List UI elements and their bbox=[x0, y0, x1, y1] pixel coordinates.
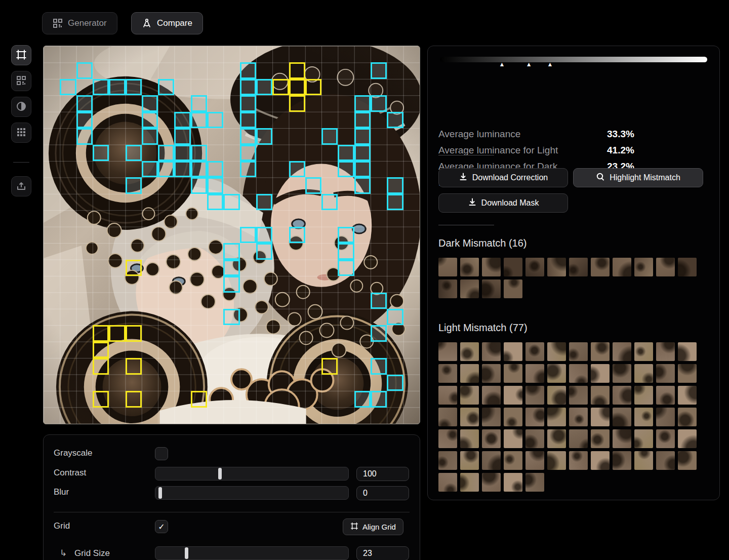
light-mismatch-thumbnail[interactable] bbox=[460, 451, 479, 470]
highlight-mismatch-button[interactable]: Highlight Mistmatch bbox=[573, 168, 703, 187]
light-mismatch-thumbnail[interactable] bbox=[569, 386, 588, 405]
tab-compare[interactable]: Compare bbox=[131, 12, 203, 34]
light-mismatch-thumbnail[interactable] bbox=[460, 386, 479, 405]
light-mismatch-thumbnail[interactable] bbox=[547, 364, 566, 383]
light-mismatch-thumbnail[interactable] bbox=[547, 451, 566, 470]
light-mismatch-thumbnail[interactable] bbox=[613, 364, 631, 383]
light-mismatch-thumbnail[interactable] bbox=[591, 429, 610, 448]
light-mismatch-thumbnail[interactable] bbox=[569, 342, 588, 361]
light-mismatch-thumbnail[interactable] bbox=[482, 386, 501, 405]
tool-contrast[interactable] bbox=[11, 97, 31, 117]
light-mismatch-thumbnail[interactable] bbox=[504, 451, 522, 470]
light-mismatch-thumbnail[interactable] bbox=[482, 473, 501, 492]
dark-mismatch-thumbnail[interactable] bbox=[591, 258, 610, 276]
light-mismatch-thumbnail[interactable] bbox=[656, 429, 675, 448]
dark-mismatch-thumbnail[interactable] bbox=[460, 258, 479, 276]
dark-mismatch-thumbnail[interactable] bbox=[504, 279, 522, 298]
dark-mismatch-thumbnail[interactable] bbox=[438, 258, 457, 276]
light-mismatch-thumbnail[interactable] bbox=[438, 408, 457, 426]
light-mismatch-thumbnail[interactable] bbox=[678, 364, 697, 383]
light-mismatch-thumbnail[interactable] bbox=[656, 451, 675, 470]
light-mismatch-thumbnail[interactable] bbox=[525, 364, 544, 383]
grayscale-checkbox[interactable] bbox=[155, 447, 168, 460]
contrast-value-input[interactable]: 100 bbox=[356, 467, 409, 481]
light-mismatch-thumbnail[interactable] bbox=[460, 342, 479, 361]
light-mismatch-thumbnail[interactable] bbox=[656, 408, 675, 426]
light-mismatch-thumbnail[interactable] bbox=[547, 408, 566, 426]
light-mismatch-thumbnail[interactable] bbox=[438, 473, 457, 492]
blur-slider[interactable] bbox=[155, 486, 349, 500]
light-mismatch-thumbnail[interactable] bbox=[504, 364, 522, 383]
light-mismatch-thumbnail[interactable] bbox=[525, 408, 544, 426]
light-mismatch-thumbnail[interactable] bbox=[504, 342, 522, 361]
grid-size-slider-thumb[interactable] bbox=[185, 547, 188, 559]
light-mismatch-thumbnail[interactable] bbox=[634, 408, 653, 426]
light-mismatch-thumbnail[interactable] bbox=[569, 408, 588, 426]
triangle-up-marker[interactable]: ▲ bbox=[499, 60, 505, 69]
blur-value-input[interactable]: 0 bbox=[356, 486, 409, 500]
light-mismatch-thumbnail[interactable] bbox=[569, 451, 588, 470]
dark-mismatch-thumbnail[interactable] bbox=[482, 279, 501, 298]
dark-mismatch-thumbnail[interactable] bbox=[482, 258, 501, 276]
dark-mismatch-thumbnail[interactable] bbox=[656, 258, 675, 276]
light-mismatch-thumbnail[interactable] bbox=[634, 429, 653, 448]
light-mismatch-thumbnail[interactable] bbox=[482, 408, 501, 426]
light-mismatch-thumbnail[interactable] bbox=[460, 473, 479, 492]
light-mismatch-thumbnail[interactable] bbox=[525, 429, 544, 448]
tool-qr[interactable] bbox=[11, 71, 31, 91]
light-mismatch-thumbnail[interactable] bbox=[569, 364, 588, 383]
light-mismatch-thumbnail[interactable] bbox=[525, 451, 544, 470]
light-mismatch-thumbnail[interactable] bbox=[438, 386, 457, 405]
light-mismatch-thumbnail[interactable] bbox=[634, 386, 653, 405]
light-mismatch-thumbnail[interactable] bbox=[613, 451, 631, 470]
tab-generator[interactable]: Generator bbox=[42, 12, 117, 34]
grid-size-value-input[interactable]: 23 bbox=[356, 546, 409, 560]
light-mismatch-thumbnail[interactable] bbox=[591, 408, 610, 426]
dark-mismatch-thumbnail[interactable] bbox=[547, 258, 566, 276]
light-mismatch-thumbnail[interactable] bbox=[460, 429, 479, 448]
light-mismatch-thumbnail[interactable] bbox=[656, 386, 675, 405]
light-mismatch-thumbnail[interactable] bbox=[634, 451, 653, 470]
light-mismatch-thumbnail[interactable] bbox=[504, 473, 522, 492]
light-mismatch-thumbnail[interactable] bbox=[504, 429, 522, 448]
image-canvas[interactable] bbox=[43, 46, 420, 424]
light-mismatch-thumbnail[interactable] bbox=[656, 364, 675, 383]
dark-mismatch-thumbnail[interactable] bbox=[525, 258, 544, 276]
blur-slider-thumb[interactable] bbox=[158, 487, 162, 499]
light-mismatch-thumbnail[interactable] bbox=[547, 429, 566, 448]
light-mismatch-thumbnail[interactable] bbox=[569, 429, 588, 448]
dark-mismatch-thumbnail[interactable] bbox=[438, 279, 457, 298]
tool-grid[interactable] bbox=[11, 123, 31, 143]
light-mismatch-thumbnail[interactable] bbox=[438, 342, 457, 361]
contrast-slider[interactable] bbox=[155, 467, 349, 481]
light-mismatch-thumbnail[interactable] bbox=[547, 386, 566, 405]
light-mismatch-thumbnail[interactable] bbox=[460, 408, 479, 426]
tool-frame-crop[interactable] bbox=[11, 45, 31, 65]
light-mismatch-thumbnail[interactable] bbox=[678, 408, 697, 426]
light-mismatch-thumbnail[interactable] bbox=[525, 342, 544, 361]
light-mismatch-thumbnail[interactable] bbox=[438, 429, 457, 448]
light-mismatch-thumbnail[interactable] bbox=[482, 342, 501, 361]
triangle-up-marker[interactable]: ▲ bbox=[547, 60, 553, 69]
light-mismatch-thumbnail[interactable] bbox=[613, 386, 631, 405]
download-mask-button[interactable]: Download Mask bbox=[438, 193, 568, 213]
light-mismatch-thumbnail[interactable] bbox=[482, 451, 501, 470]
contrast-slider-thumb[interactable] bbox=[218, 468, 222, 479]
dark-mismatch-thumbnail[interactable] bbox=[569, 258, 588, 276]
light-mismatch-thumbnail[interactable] bbox=[591, 342, 610, 361]
light-mismatch-thumbnail[interactable] bbox=[482, 429, 501, 448]
light-mismatch-thumbnail[interactable] bbox=[525, 473, 544, 492]
light-mismatch-thumbnail[interactable] bbox=[504, 408, 522, 426]
light-mismatch-thumbnail[interactable] bbox=[634, 364, 653, 383]
dark-mismatch-thumbnail[interactable] bbox=[460, 279, 479, 298]
light-mismatch-thumbnail[interactable] bbox=[591, 364, 610, 383]
tool-upload[interactable] bbox=[11, 176, 31, 196]
light-mismatch-thumbnail[interactable] bbox=[678, 451, 697, 470]
light-mismatch-thumbnail[interactable] bbox=[634, 342, 653, 361]
light-mismatch-thumbnail[interactable] bbox=[656, 342, 675, 361]
download-correction-button[interactable]: Download Correction bbox=[438, 168, 568, 187]
light-mismatch-thumbnail[interactable] bbox=[678, 429, 697, 448]
dark-mismatch-thumbnail[interactable] bbox=[613, 258, 631, 276]
light-mismatch-thumbnail[interactable] bbox=[613, 342, 631, 361]
dark-mismatch-thumbnail[interactable] bbox=[504, 258, 522, 276]
